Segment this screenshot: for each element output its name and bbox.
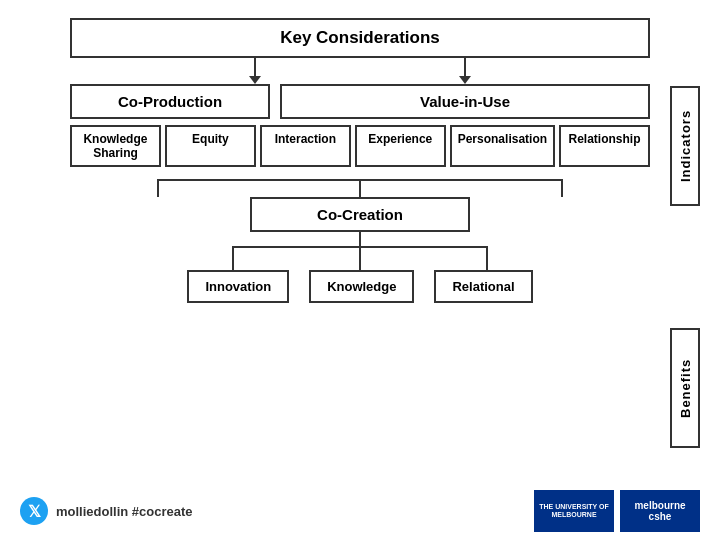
- twitter-handle: molliedollin #cocreate: [56, 504, 193, 519]
- arrow-line: [464, 58, 466, 76]
- logos-area: THE UNIVERSITY OF MELBOURNE melbourne cs…: [534, 490, 700, 532]
- main-container: Key Considerations Co-Production Value-i…: [20, 18, 700, 303]
- cocreation-row: Co-Creation: [70, 197, 650, 232]
- cshe-logo: melbourne cshe: [620, 490, 700, 532]
- arrow-head: [459, 76, 471, 84]
- bracket-top: [359, 179, 361, 197]
- coprod-label: Co-Production: [118, 93, 222, 110]
- cocreation-label: Co-Creation: [317, 206, 403, 223]
- bc-top: [359, 232, 361, 246]
- bracket-area-top: [70, 167, 650, 197]
- sub-item-knowledge-sharing: Knowledge Sharing: [70, 125, 161, 167]
- arrow-down-right: [459, 58, 471, 84]
- sub-item-interaction: Interaction: [260, 125, 351, 167]
- bracket-below: [70, 232, 650, 270]
- value-label: Value-in-Use: [420, 93, 510, 110]
- sub-items-row: Knowledge Sharing Equity Interaction Exp…: [70, 125, 650, 167]
- bracket-right: [561, 179, 563, 197]
- value-box: Value-in-Use: [280, 84, 650, 119]
- indicators-label: Indicators: [670, 86, 700, 206]
- arrow-down-left: [249, 58, 261, 84]
- key-considerations-box: Key Considerations: [70, 18, 650, 58]
- bc-right: [486, 246, 488, 270]
- bracket-left: [157, 179, 159, 197]
- arrow-head: [249, 76, 261, 84]
- key-considerations-title: Key Considerations: [280, 28, 440, 47]
- bottom-boxes-row: Innovation Knowledge Relational: [70, 270, 650, 303]
- sub-item-personalisation: Personalisation: [450, 125, 555, 167]
- arrow-line: [254, 58, 256, 76]
- benefits-label: Benefits: [670, 328, 700, 448]
- production-value-row: Co-Production Value-in-Use: [70, 84, 650, 119]
- bottom-box-knowledge: Knowledge: [309, 270, 414, 303]
- sub-item-equity: Equity: [165, 125, 256, 167]
- bottom-box-innovation: Innovation: [187, 270, 289, 303]
- sub-item-relationship: Relationship: [559, 125, 650, 167]
- sub-item-experience: Experience: [355, 125, 446, 167]
- footer: 𝕏 molliedollin #cocreate THE UNIVERSITY …: [0, 490, 720, 532]
- bottom-box-relational: Relational: [434, 270, 532, 303]
- arrows-row: [70, 58, 650, 84]
- bc-center: [359, 246, 361, 270]
- coprod-box: Co-Production: [70, 84, 270, 119]
- twitter-icon: 𝕏: [20, 497, 48, 525]
- twitter-area: 𝕏 molliedollin #cocreate: [20, 497, 193, 525]
- bc-left: [232, 246, 234, 270]
- unimelb-logo: THE UNIVERSITY OF MELBOURNE: [534, 490, 614, 532]
- cocreation-box: Co-Creation: [250, 197, 470, 232]
